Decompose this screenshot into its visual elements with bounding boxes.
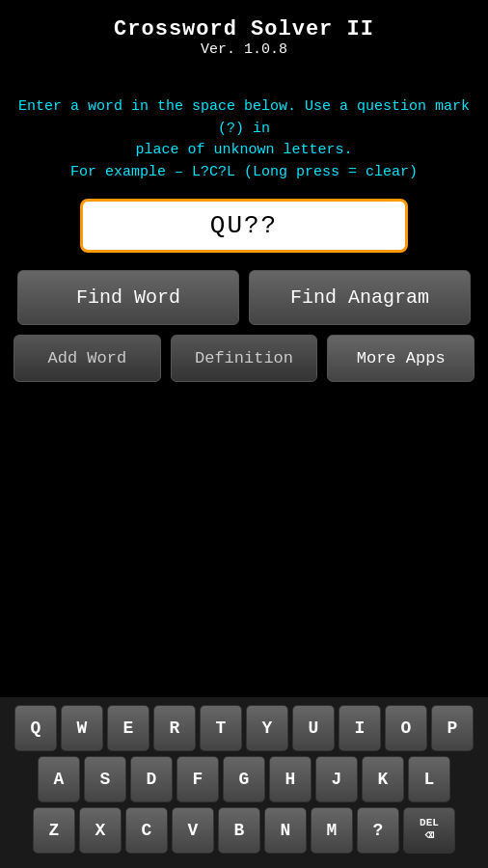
more-apps-button[interactable]: More Apps [327,335,474,382]
keyboard-row1: QWERTYUIOP [4,705,484,751]
add-word-button[interactable]: Add Word [14,335,161,382]
key-m[interactable]: M [311,807,353,854]
key-f[interactable]: F [176,756,219,802]
key-y[interactable]: Y [246,705,288,751]
word-input[interactable] [80,199,408,253]
key-j[interactable]: J [315,756,358,802]
key-e[interactable]: E [107,705,149,751]
key-o[interactable]: O [385,705,427,751]
key-h[interactable]: H [269,756,312,802]
key-w[interactable]: W [61,705,103,751]
word-input-container [80,199,408,253]
key-a[interactable]: A [38,756,80,802]
key-v[interactable]: V [172,807,214,854]
key-t[interactable]: T [200,705,242,751]
app-title: Crossword Solver II [0,17,488,41]
instructions-text: Enter a word in the space below. Use a q… [0,58,488,199]
app-version: Ver. 1.0.8 [0,41,488,58]
key-k[interactable]: K [362,756,404,802]
key-i[interactable]: I [339,705,381,751]
keyboard-row2: ASDFGHJKL [4,756,484,802]
key-p[interactable]: P [431,705,474,751]
key-l[interactable]: L [408,756,450,802]
key-z[interactable]: Z [33,807,75,854]
key-q[interactable]: Q [14,705,57,751]
keyboard: QWERTYUIOP ASDFGHJKL ZXCVBNM?DEL⌫ [0,697,488,868]
key-c[interactable]: C [125,807,168,854]
key-delete[interactable]: DEL⌫ [403,807,455,854]
key-s[interactable]: S [84,756,126,802]
definition-button[interactable]: Definition [171,335,318,382]
header: Crossword Solver II Ver. 1.0.8 [0,0,488,58]
key-b[interactable]: B [218,807,260,854]
key-n[interactable]: N [264,807,307,854]
find-anagram-button[interactable]: Find Anagram [249,270,471,325]
find-word-button[interactable]: Find Word [17,270,239,325]
key-x[interactable]: X [79,807,122,854]
buttons-row2: Add Word Definition More Apps [0,335,488,382]
key-d[interactable]: D [130,756,173,802]
key-r[interactable]: R [153,705,196,751]
key-g[interactable]: G [223,756,265,802]
keyboard-row3: ZXCVBNM?DEL⌫ [4,807,484,854]
key-question[interactable]: ? [357,807,399,854]
key-u[interactable]: U [292,705,335,751]
buttons-row1: Find Word Find Anagram [0,270,488,325]
